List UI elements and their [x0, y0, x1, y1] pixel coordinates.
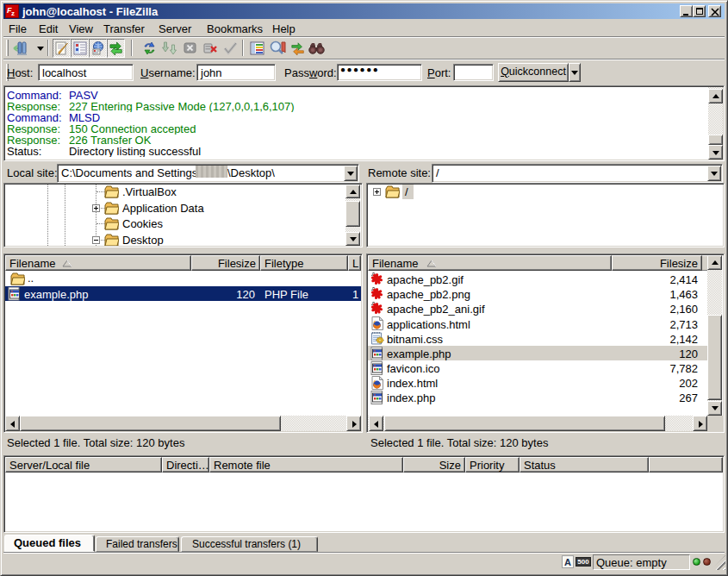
svg-text:z: z: [11, 9, 15, 17]
